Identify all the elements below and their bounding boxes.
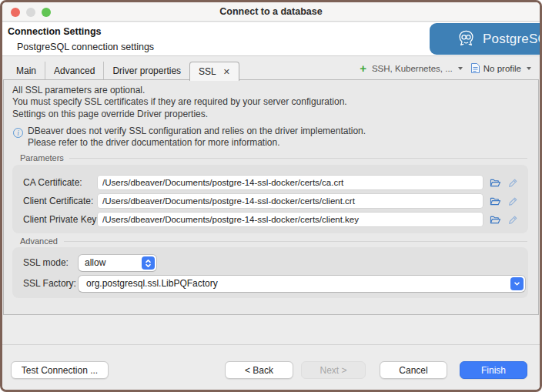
ca-certificate-row: CA Certificate: [12,175,528,190]
advanced-group: SSL mode: allow SSL Factory: org.postgre… [12,247,528,298]
postgresql-logo: PostgreSQL [430,23,542,55]
browse-folder-icon[interactable] [490,214,501,228]
advanced-group-label: Advanced [20,236,58,246]
tab-bar: Main Advanced Driver properties SSL ✕ + … [3,56,539,80]
connect-dialog: Connect to a database Connection Setting… [0,0,542,392]
client-certificate-input[interactable] [97,193,483,209]
postgresql-logo-label: PostgreSQL [483,32,542,47]
no-profile-button[interactable]: No profile [483,64,521,73]
page-subtitle: PostgreSQL connection settings [17,42,154,52]
dialog-header: Connection Settings PostgreSQL connectio… [2,22,540,56]
client-certificate-label: Client Certificate: [23,196,93,206]
ssh-kubernetes-button[interactable]: SSH, Kubernetes, ... [372,64,453,73]
edit-pencil-icon[interactable] [507,214,518,228]
note-line: Settings on this page override Driver pr… [12,109,347,120]
zoom-window-button[interactable] [42,8,51,17]
browse-folder-icon[interactable] [490,196,501,209]
tab-advanced[interactable]: Advanced [45,62,104,80]
ca-certificate-label: CA Certificate: [23,177,82,188]
parameters-group: CA Certificate: Client Certificate: [12,165,528,233]
finish-button[interactable]: Finish [460,361,527,379]
traffic-lights [11,8,51,17]
info-line: Please refer to the driver documentation… [28,137,366,149]
combo-chevron-down-icon[interactable] [510,277,524,290]
group-divider [69,158,527,159]
client-private-key-row: Client Private Key: [12,212,528,227]
cancel-button[interactable]: Cancel [380,361,447,379]
close-window-button[interactable] [11,8,20,17]
edit-pencil-icon[interactable] [507,196,518,209]
chevron-down-icon[interactable] [458,67,463,70]
titlebar: Connect to a database [2,2,540,22]
browse-folder-icon[interactable] [490,177,501,191]
info-icon: i [13,128,23,138]
edit-pencil-icon[interactable] [507,177,518,191]
group-divider [64,241,527,242]
dialog-footer: Test Connection ... < Back Next > Cancel… [2,344,540,390]
tab-main[interactable]: Main [8,62,45,80]
client-private-key-label: Client Private Key: [23,214,99,225]
tab-close-icon[interactable]: ✕ [223,68,230,76]
ca-certificate-input[interactable] [97,175,483,190]
ssl-mode-label: SSL mode: [23,257,69,268]
driver-info-message: i DBeaver does not verify SSL configurat… [13,126,366,149]
page-title: Connection Settings [8,26,102,37]
ssl-factory-label: SSL Factory: [23,278,76,289]
parameters-group-label: Parameters [20,153,64,162]
postgresql-elephant-icon [456,28,477,49]
tab-ssl[interactable]: SSL ✕ [189,62,239,81]
ssl-factory-combo[interactable]: org.postgresql.ssl.LibPQFactory [79,276,525,292]
test-connection-button[interactable]: Test Connection ... [11,361,109,379]
profile-document-icon [470,62,480,74]
client-certificate-row: Client Certificate: [12,193,528,209]
client-private-key-input[interactable] [97,212,483,227]
next-button: Next > [301,361,366,379]
plus-icon: + [360,62,366,74]
chevron-down-icon[interactable] [527,67,531,70]
note-line: All SSL parameters are optional. [12,85,347,96]
tabbar-right-controls: + SSH, Kubernetes, ... No profile [360,62,534,74]
tab-driver-properties[interactable]: Driver properties [104,62,189,80]
minimize-window-button[interactable] [26,8,35,17]
info-line: DBeaver does not verify SSL configuratio… [28,126,366,137]
back-button[interactable]: < Back [225,361,293,379]
note-line: You must specify SSL certificates if the… [12,96,347,108]
window-title: Connect to a database [2,2,540,22]
ssl-mode-select[interactable]: allow [79,255,156,271]
ssl-tab-panel: All SSL parameters are optional. You mus… [3,79,539,315]
ssl-notes: All SSL parameters are optional. You mus… [12,85,347,120]
ssl-factory-value: org.postgresql.ssl.LibPQFactory [79,276,525,292]
popup-chevrons-icon[interactable] [142,256,155,270]
